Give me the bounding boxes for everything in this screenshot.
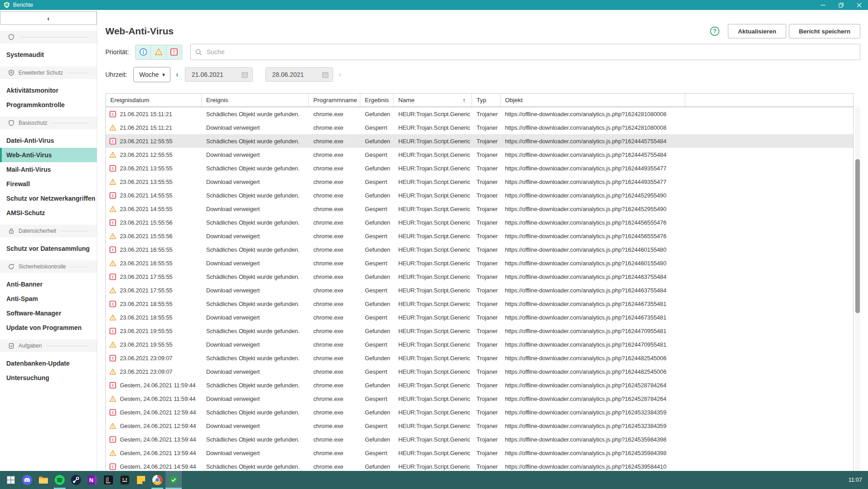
taskbar-spotify-icon[interactable]: [52, 471, 68, 489]
cell-ergebnis: Gesperrt: [360, 283, 394, 297]
taskbar-chrome-icon[interactable]: [149, 471, 165, 489]
sidebar-item-amsi-schutz[interactable]: AMSI-Schutz: [0, 206, 97, 220]
priority-filter-row: Priorität: ! !: [105, 44, 860, 60]
table-row[interactable]: !21.06.2021 15:11:21Download verweigertc…: [106, 121, 853, 134]
taskbar-discord-icon[interactable]: [19, 471, 35, 489]
priority-info-toggle[interactable]: [136, 45, 151, 59]
cell-ergebnis: Gefunden: [360, 188, 394, 202]
cell-ergebnis: Gesperrt: [360, 446, 394, 460]
minimize-icon[interactable]: [814, 0, 832, 10]
sidebar-section-label: Basisschutz: [19, 120, 47, 126]
table-row[interactable]: !23.06.2021 16:55:55Download verweigertc…: [106, 256, 853, 270]
sidebar-item-anti-spam[interactable]: Anti-Spam: [0, 292, 97, 306]
sidebar-item-anti-banner[interactable]: Anti-Banner: [0, 277, 97, 292]
events-table: EreignisdatumEreignisProgrammnameErgebni…: [105, 93, 854, 471]
sidebar-item-software-manager[interactable]: Software-Manager: [0, 306, 97, 320]
sidebar-item-programmkontrolle[interactable]: Programmkontrolle: [0, 98, 97, 112]
cell-ereignisdatum: !23.06.2021 16:55:55: [106, 243, 202, 256]
help-icon[interactable]: ?: [710, 26, 720, 36]
cell-objekt: https://offline-downloader.com/analytics…: [500, 229, 685, 243]
column-header-ergebnis[interactable]: Ergebnis: [360, 94, 394, 107]
table-row[interactable]: !23.06.2021 15:55:56Download verweigertc…: [106, 229, 853, 243]
table-row[interactable]: !23.06.2021 12:55:55Download verweigertc…: [106, 148, 853, 161]
taskbar-file-explorer-icon[interactable]: [35, 471, 52, 489]
sidebar-item-firewall[interactable]: Firewall: [0, 177, 97, 191]
column-header-ereignisdatum[interactable]: Ereignisdatum: [106, 94, 202, 107]
table-row[interactable]: !Gestern, 24.06.2021 12:59:44Download ve…: [106, 419, 853, 433]
priority-warning-toggle[interactable]: !: [151, 45, 166, 59]
table-row[interactable]: !Gestern, 24.06.2021 12:59:44Schädliches…: [106, 405, 853, 419]
sidebar-item-schutz-vor-datensammlung[interactable]: Schutz vor Datensammlung: [0, 241, 97, 256]
taskbar-windows-start-icon[interactable]: [3, 471, 19, 489]
column-header-typ[interactable]: Typ: [472, 94, 500, 107]
table-row[interactable]: !23.06.2021 19:55:55Download verweigertc…: [106, 338, 853, 351]
cell-programmname: chrome.exe: [309, 229, 360, 243]
table-row[interactable]: !21.06.2021 15:11:21Schädliches Objekt w…: [106, 107, 853, 121]
cell-empty: [685, 378, 853, 392]
search-input[interactable]: [206, 48, 860, 56]
table-row[interactable]: !23.06.2021 23:09:07Schädliches Objekt w…: [106, 351, 853, 365]
date-from-field[interactable]: 21.06.2021: [185, 67, 253, 82]
priority-critical-toggle[interactable]: !: [166, 45, 182, 59]
sidebar-item-web-anti-virus[interactable]: Web-Anti-Virus: [0, 148, 97, 162]
vertical-scrollbar[interactable]: [855, 107, 860, 471]
sidebar-item-schutz-vor-netzwerkangriffen[interactable]: Schutz vor Netzwerkangriffen: [0, 191, 97, 206]
table-row[interactable]: !Gestern, 24.06.2021 13:59:44Schädliches…: [106, 433, 853, 446]
table-row[interactable]: !23.06.2021 23:09:07Download verweigertc…: [106, 365, 853, 378]
scrollbar-thumb[interactable]: [855, 159, 860, 313]
table-row[interactable]: !23.06.2021 18:55:55Schädliches Objekt w…: [106, 297, 853, 310]
period-select[interactable]: Woche ▼: [133, 67, 170, 82]
taskbar-sticky-notes-icon[interactable]: [133, 471, 149, 489]
search-icon: [195, 49, 202, 56]
column-header-ereignis[interactable]: Ereignis: [202, 94, 309, 107]
table-row[interactable]: !Gestern, 24.06.2021 13:59:44Download ve…: [106, 446, 853, 460]
table-row[interactable]: !23.06.2021 12:55:55Schädliches Objekt w…: [106, 134, 853, 148]
table-row[interactable]: !23.06.2021 14:55:55Schädliches Objekt w…: [106, 188, 853, 202]
save-report-button[interactable]: Bericht speichern: [789, 24, 860, 38]
column-header-objekt[interactable]: Objekt: [500, 94, 685, 107]
table-row[interactable]: !Gestern, 24.06.2021 11:59:44Download ve…: [106, 392, 853, 405]
table-row[interactable]: !23.06.2021 17:55:55Schädliches Objekt w…: [106, 270, 853, 283]
column-header-programmname[interactable]: Programmname: [309, 94, 360, 107]
table-row[interactable]: !Gestern, 24.06.2021 11:59:44Schädliches…: [106, 378, 853, 392]
table-row[interactable]: !23.06.2021 18:55:55Download verweigertc…: [106, 310, 853, 324]
sidebar-collapse-button[interactable]: ‹: [0, 11, 97, 25]
refresh-button[interactable]: Aktualisieren: [728, 24, 786, 38]
sidebar-item-mail-anti-virus[interactable]: Mail-Anti-Virus: [0, 162, 97, 177]
taskbar-onenote-icon[interactable]: N: [84, 471, 100, 489]
taskbar-league-of-legends-icon[interactable]: [100, 471, 117, 489]
next-period-icon[interactable]: ›: [337, 71, 343, 79]
svg-text:N: N: [89, 477, 93, 484]
cell-ergebnis: Gefunden: [360, 270, 394, 283]
critical-icon: !: [109, 463, 116, 470]
close-icon[interactable]: [850, 0, 868, 10]
table-row[interactable]: !Gestern, 24.06.2021 14:59:44Schädliches…: [106, 460, 853, 471]
cell-typ: Trojaner: [472, 270, 500, 283]
sidebar-item-systemaudit[interactable]: Systemaudit: [0, 47, 97, 62]
taskbar-kaspersky-icon[interactable]: [165, 471, 182, 489]
sidebar-section-sicherheitskontrolle: Sicherheitskontrolle: [0, 260, 97, 273]
sidebar-item-update-von-programmen[interactable]: Update von Programmen: [0, 320, 97, 335]
cell-ergebnis: Gefunden: [360, 433, 394, 446]
sidebar-item-datei-anti-virus[interactable]: Datei-Anti-Virus: [0, 133, 97, 148]
table-row[interactable]: !23.06.2021 19:55:55Schädliches Objekt w…: [106, 324, 853, 338]
cell-name: HEUR:Trojan.Script.Generic: [394, 202, 472, 216]
table-row[interactable]: !23.06.2021 13:55:55Download verweigertc…: [106, 175, 853, 188]
table-row[interactable]: !23.06.2021 17:55:55Download verweigertc…: [106, 283, 853, 297]
column-header-name[interactable]: Name↑: [394, 94, 472, 107]
table-row[interactable]: !23.06.2021 16:55:55Schädliches Objekt w…: [106, 243, 853, 256]
sidebar-item-datenbanken-update[interactable]: Datenbanken-Update: [0, 356, 97, 371]
warning-icon: !: [109, 395, 116, 402]
cell-empty: [685, 324, 853, 338]
previous-period-icon[interactable]: ‹: [174, 71, 180, 79]
table-row[interactable]: !23.06.2021 13:55:55Schädliches Objekt w…: [106, 161, 853, 175]
sidebar-item-aktivit-tsmonitor[interactable]: Aktivitätsmonitor: [0, 83, 97, 98]
restore-icon[interactable]: [832, 0, 850, 10]
table-row[interactable]: !23.06.2021 14:55:55Download verweigertc…: [106, 202, 853, 216]
sidebar-item-untersuchung[interactable]: Untersuchung: [0, 371, 97, 385]
taskbar-steam-icon[interactable]: [68, 471, 84, 489]
table-row[interactable]: !23.06.2021 15:55:56Schädliches Objekt w…: [106, 216, 853, 229]
date-to-field[interactable]: 28.06.2021: [265, 67, 333, 82]
column-header-label: Ereignisdatum: [110, 97, 149, 103]
taskbar-app-grid-icon[interactable]: [117, 471, 133, 489]
